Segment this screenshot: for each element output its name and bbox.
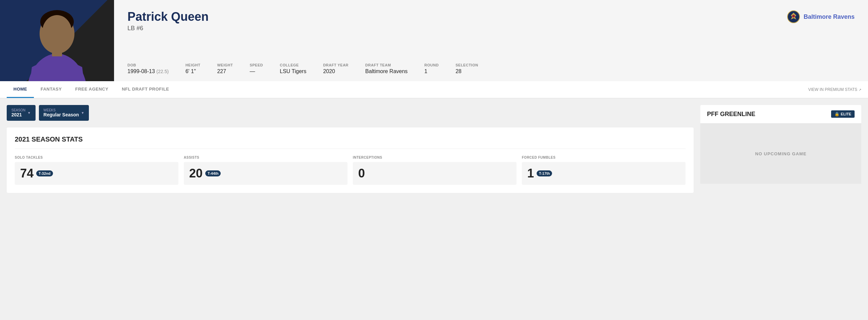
weight-label: WEIGHT [217,63,233,67]
solo-tackles-label: SOLO TACKLES [15,156,179,159]
selection-label: SELECTION [456,63,478,67]
dob-label: DOB [127,63,169,67]
solo-tackles-box: SOLO TACKLES 74 T-32nd [15,156,179,185]
height-value: 6' 1" [185,68,200,74]
player-position: LB #6 [127,25,855,32]
player-info-area: Patrick Queen LB #6 DOB 1999-08-13 (22.5… [114,0,868,81]
interceptions-value: 0 [358,167,365,180]
college-stat: COLLEGE LSU Tigers [280,63,306,74]
selection-value: 28 [456,68,478,74]
draft-team-stat: DRAFT TEAM Baltimore Ravens [365,63,407,74]
ravens-logo-icon [787,10,800,24]
college-value: LSU Tigers [280,68,306,74]
stats-grid: SOLO TACKLES 74 T-32nd ASSISTS 20 T-44th [15,156,686,185]
player-stats-row: DOB 1999-08-13 (22.5) HEIGHT 6' 1" WEIGH… [127,63,855,74]
player-name: Patrick Queen [127,10,855,24]
assists-rank: T-44th [205,170,221,177]
dob-value: 1999-08-13 (22.5) [127,68,169,74]
interceptions-label: INTERCEPTIONS [353,156,517,159]
assists-value: 20 [189,167,203,180]
team-badge: Baltimore Ravens [787,10,855,24]
interceptions-box: INTERCEPTIONS 0 [353,156,517,185]
weeks-dropdown[interactable]: WEEKS Regular Season ▼ [39,105,89,121]
speed-stat: SPEED — [250,63,263,74]
tab-home[interactable]: HOME [7,81,34,98]
forced-fumbles-label: FORCED FUMBLES [522,156,686,159]
draft-year-value: 2020 [323,68,348,74]
draft-team-value: Baltimore Ravens [365,68,407,74]
player-header: Patrick Queen LB #6 DOB 1999-08-13 (22.5… [0,0,868,81]
season-dropdown-value: 2021 [11,112,26,118]
interceptions-inner: 0 [353,162,517,185]
round-label: ROUND [424,63,439,67]
dob-stat: DOB 1999-08-13 (22.5) [127,63,169,74]
elite-badge: 🔒 ELITE [831,110,855,118]
solo-tackles-value: 74 [20,167,34,180]
tab-fantasy[interactable]: FANTASY [34,81,68,98]
height-stat: HEIGHT 6' 1" [185,63,200,74]
draft-year-stat: DRAFT YEAR 2020 [323,63,348,74]
player-photo-area [0,0,114,81]
external-link-icon: ↗ [859,88,861,92]
greenline-title: PFF GREENLINE [707,111,755,118]
greenline-body: NO UPCOMING GAME [700,123,861,184]
solo-tackles-rank: T-32nd [36,170,53,177]
greenline-card: PFF GREENLINE 🔒 ELITE NO UPCOMING GAME [700,105,861,184]
round-value: 1 [424,68,439,74]
tab-free-agency[interactable]: FREE AGENCY [68,81,115,98]
weight-stat: WEIGHT 227 [217,63,233,74]
stats-title: 2021 SEASON STATS [15,135,686,149]
solo-tackles-inner: 74 T-32nd [15,162,179,185]
greenline-header: PFF GREENLINE 🔒 ELITE [700,105,861,123]
right-panel: PFF GREENLINE 🔒 ELITE NO UPCOMING GAME [700,105,861,193]
round-stat: ROUND 1 [424,63,439,74]
team-name: Baltimore Ravens [804,13,855,21]
assists-inner: 20 T-44th [184,162,347,185]
nav-tabs: HOME FANTASY FREE AGENCY NFL DRAFT PROFI… [0,81,868,98]
left-panel: SEASON 2021 ▼ WEEKS Regular Season ▼ 202… [7,105,693,193]
assists-box: ASSISTS 20 T-44th [184,156,347,185]
assists-label: ASSISTS [184,156,347,159]
season-dropdown-arrow-icon: ▼ [28,111,31,115]
filters-row: SEASON 2021 ▼ WEEKS Regular Season ▼ [7,105,693,121]
svg-point-6 [792,15,795,18]
forced-fumbles-box: FORCED FUMBLES 1 T-17th [522,156,686,185]
svg-rect-2 [52,50,62,56]
elite-badge-text: ELITE [841,112,851,116]
season-dropdown-label: SEASON [11,108,26,112]
forced-fumbles-value: 1 [527,167,534,180]
stats-card: 2021 SEASON STATS SOLO TACKLES 74 T-32nd… [7,127,693,193]
no-game-text: NO UPCOMING GAME [755,151,806,156]
premium-stats-link[interactable]: VIEW IN PREMIUM STATS ↗ [808,87,861,92]
main-content: SEASON 2021 ▼ WEEKS Regular Season ▼ 202… [0,98,868,200]
weeks-dropdown-arrow-icon: ▼ [81,111,84,115]
height-label: HEIGHT [185,63,200,67]
forced-fumbles-inner: 1 T-17th [522,162,686,185]
weight-value: 227 [217,68,233,74]
weeks-dropdown-value: Regular Season [43,112,79,118]
forced-fumbles-rank: T-17th [537,170,552,177]
draft-year-label: DRAFT YEAR [323,63,348,67]
draft-team-label: DRAFT TEAM [365,63,407,67]
svg-point-4 [42,15,72,49]
speed-value: — [250,68,263,74]
weeks-dropdown-label: WEEKS [43,108,79,112]
lock-icon: 🔒 [834,112,839,117]
season-dropdown[interactable]: SEASON 2021 ▼ [7,105,36,121]
player-photo [19,0,96,81]
selection-stat: SELECTION 28 [456,63,478,74]
speed-label: SPEED [250,63,263,67]
college-label: COLLEGE [280,63,306,67]
tab-nfl-draft-profile[interactable]: NFL DRAFT PROFILE [115,81,176,98]
